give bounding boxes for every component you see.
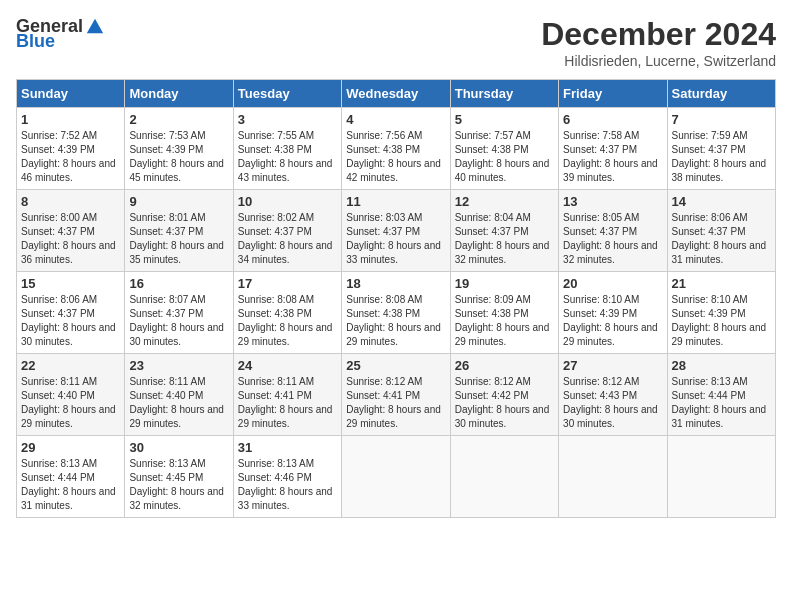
sunrise-label: Sunrise: 8:12 AM: [563, 376, 639, 387]
sunrise-label: Sunrise: 8:05 AM: [563, 212, 639, 223]
day-info: Sunrise: 8:13 AM Sunset: 4:44 PM Dayligh…: [672, 375, 771, 431]
day-number: 29: [21, 440, 120, 455]
day-info: Sunrise: 8:00 AM Sunset: 4:37 PM Dayligh…: [21, 211, 120, 267]
sunset-label: Sunset: 4:38 PM: [238, 308, 312, 319]
day-info: Sunrise: 8:11 AM Sunset: 4:40 PM Dayligh…: [129, 375, 228, 431]
day-number: 8: [21, 194, 120, 209]
day-cell: [667, 436, 775, 518]
day-info: Sunrise: 7:53 AM Sunset: 4:39 PM Dayligh…: [129, 129, 228, 185]
day-info: Sunrise: 7:58 AM Sunset: 4:37 PM Dayligh…: [563, 129, 662, 185]
sunrise-label: Sunrise: 8:13 AM: [129, 458, 205, 469]
header: General Blue December 2024 Hildisrieden,…: [16, 16, 776, 69]
sunrise-label: Sunrise: 8:10 AM: [563, 294, 639, 305]
day-info: Sunrise: 7:55 AM Sunset: 4:38 PM Dayligh…: [238, 129, 337, 185]
daylight-label: Daylight: 8 hours and 36 minutes.: [21, 240, 116, 265]
day-cell: 26 Sunrise: 8:12 AM Sunset: 4:42 PM Dayl…: [450, 354, 558, 436]
calendar-table: SundayMondayTuesdayWednesdayThursdayFrid…: [16, 79, 776, 518]
daylight-label: Daylight: 8 hours and 31 minutes.: [672, 404, 767, 429]
day-info: Sunrise: 8:01 AM Sunset: 4:37 PM Dayligh…: [129, 211, 228, 267]
day-cell: 2 Sunrise: 7:53 AM Sunset: 4:39 PM Dayli…: [125, 108, 233, 190]
day-info: Sunrise: 8:12 AM Sunset: 4:43 PM Dayligh…: [563, 375, 662, 431]
day-cell: 20 Sunrise: 8:10 AM Sunset: 4:39 PM Dayl…: [559, 272, 667, 354]
day-header-tuesday: Tuesday: [233, 80, 341, 108]
day-number: 6: [563, 112, 662, 127]
day-header-thursday: Thursday: [450, 80, 558, 108]
title-area: December 2024 Hildisrieden, Lucerne, Swi…: [541, 16, 776, 69]
daylight-label: Daylight: 8 hours and 40 minutes.: [455, 158, 550, 183]
day-info: Sunrise: 8:11 AM Sunset: 4:40 PM Dayligh…: [21, 375, 120, 431]
day-number: 12: [455, 194, 554, 209]
day-number: 25: [346, 358, 445, 373]
day-number: 16: [129, 276, 228, 291]
daylight-label: Daylight: 8 hours and 29 minutes.: [672, 322, 767, 347]
sunrise-label: Sunrise: 8:10 AM: [672, 294, 748, 305]
daylight-label: Daylight: 8 hours and 29 minutes.: [455, 322, 550, 347]
sunrise-label: Sunrise: 7:53 AM: [129, 130, 205, 141]
sunset-label: Sunset: 4:39 PM: [563, 308, 637, 319]
day-number: 15: [21, 276, 120, 291]
day-number: 18: [346, 276, 445, 291]
sunrise-label: Sunrise: 8:12 AM: [346, 376, 422, 387]
day-info: Sunrise: 8:11 AM Sunset: 4:41 PM Dayligh…: [238, 375, 337, 431]
day-info: Sunrise: 7:57 AM Sunset: 4:38 PM Dayligh…: [455, 129, 554, 185]
day-info: Sunrise: 8:12 AM Sunset: 4:42 PM Dayligh…: [455, 375, 554, 431]
sunset-label: Sunset: 4:37 PM: [455, 226, 529, 237]
sunrise-label: Sunrise: 8:11 AM: [21, 376, 97, 387]
sunrise-label: Sunrise: 8:00 AM: [21, 212, 97, 223]
week-row-2: 8 Sunrise: 8:00 AM Sunset: 4:37 PM Dayli…: [17, 190, 776, 272]
day-cell: 14 Sunrise: 8:06 AM Sunset: 4:37 PM Dayl…: [667, 190, 775, 272]
day-number: 19: [455, 276, 554, 291]
day-cell: 18 Sunrise: 8:08 AM Sunset: 4:38 PM Dayl…: [342, 272, 450, 354]
day-info: Sunrise: 8:06 AM Sunset: 4:37 PM Dayligh…: [21, 293, 120, 349]
sunrise-label: Sunrise: 8:12 AM: [455, 376, 531, 387]
sunset-label: Sunset: 4:44 PM: [21, 472, 95, 483]
week-row-4: 22 Sunrise: 8:11 AM Sunset: 4:40 PM Dayl…: [17, 354, 776, 436]
week-row-3: 15 Sunrise: 8:06 AM Sunset: 4:37 PM Dayl…: [17, 272, 776, 354]
day-cell: 27 Sunrise: 8:12 AM Sunset: 4:43 PM Dayl…: [559, 354, 667, 436]
day-number: 27: [563, 358, 662, 373]
daylight-label: Daylight: 8 hours and 29 minutes.: [563, 322, 658, 347]
day-info: Sunrise: 8:08 AM Sunset: 4:38 PM Dayligh…: [238, 293, 337, 349]
daylight-label: Daylight: 8 hours and 30 minutes.: [455, 404, 550, 429]
sunrise-label: Sunrise: 7:58 AM: [563, 130, 639, 141]
daylight-label: Daylight: 8 hours and 32 minutes.: [455, 240, 550, 265]
sunset-label: Sunset: 4:42 PM: [455, 390, 529, 401]
sunrise-label: Sunrise: 7:59 AM: [672, 130, 748, 141]
day-info: Sunrise: 8:05 AM Sunset: 4:37 PM Dayligh…: [563, 211, 662, 267]
day-info: Sunrise: 8:10 AM Sunset: 4:39 PM Dayligh…: [672, 293, 771, 349]
sunrise-label: Sunrise: 8:03 AM: [346, 212, 422, 223]
day-info: Sunrise: 7:52 AM Sunset: 4:39 PM Dayligh…: [21, 129, 120, 185]
day-info: Sunrise: 8:02 AM Sunset: 4:37 PM Dayligh…: [238, 211, 337, 267]
day-number: 9: [129, 194, 228, 209]
daylight-label: Daylight: 8 hours and 45 minutes.: [129, 158, 224, 183]
daylight-label: Daylight: 8 hours and 32 minutes.: [129, 486, 224, 511]
day-header-friday: Friday: [559, 80, 667, 108]
sunset-label: Sunset: 4:41 PM: [346, 390, 420, 401]
sunset-label: Sunset: 4:40 PM: [21, 390, 95, 401]
sunrise-label: Sunrise: 7:55 AM: [238, 130, 314, 141]
day-number: 20: [563, 276, 662, 291]
day-number: 28: [672, 358, 771, 373]
day-info: Sunrise: 8:13 AM Sunset: 4:45 PM Dayligh…: [129, 457, 228, 513]
sunset-label: Sunset: 4:45 PM: [129, 472, 203, 483]
day-cell: 29 Sunrise: 8:13 AM Sunset: 4:44 PM Dayl…: [17, 436, 125, 518]
sunset-label: Sunset: 4:37 PM: [21, 308, 95, 319]
sunset-label: Sunset: 4:41 PM: [238, 390, 312, 401]
daylight-label: Daylight: 8 hours and 38 minutes.: [672, 158, 767, 183]
day-info: Sunrise: 8:09 AM Sunset: 4:38 PM Dayligh…: [455, 293, 554, 349]
day-cell: 22 Sunrise: 8:11 AM Sunset: 4:40 PM Dayl…: [17, 354, 125, 436]
sunrise-label: Sunrise: 8:08 AM: [346, 294, 422, 305]
day-cell: 24 Sunrise: 8:11 AM Sunset: 4:41 PM Dayl…: [233, 354, 341, 436]
daylight-label: Daylight: 8 hours and 33 minutes.: [346, 240, 441, 265]
sunset-label: Sunset: 4:38 PM: [238, 144, 312, 155]
day-info: Sunrise: 8:06 AM Sunset: 4:37 PM Dayligh…: [672, 211, 771, 267]
day-number: 17: [238, 276, 337, 291]
day-number: 11: [346, 194, 445, 209]
week-row-1: 1 Sunrise: 7:52 AM Sunset: 4:39 PM Dayli…: [17, 108, 776, 190]
day-number: 1: [21, 112, 120, 127]
sunrise-label: Sunrise: 8:09 AM: [455, 294, 531, 305]
day-header-wednesday: Wednesday: [342, 80, 450, 108]
day-cell: 21 Sunrise: 8:10 AM Sunset: 4:39 PM Dayl…: [667, 272, 775, 354]
daylight-label: Daylight: 8 hours and 29 minutes.: [129, 404, 224, 429]
day-info: Sunrise: 8:13 AM Sunset: 4:46 PM Dayligh…: [238, 457, 337, 513]
